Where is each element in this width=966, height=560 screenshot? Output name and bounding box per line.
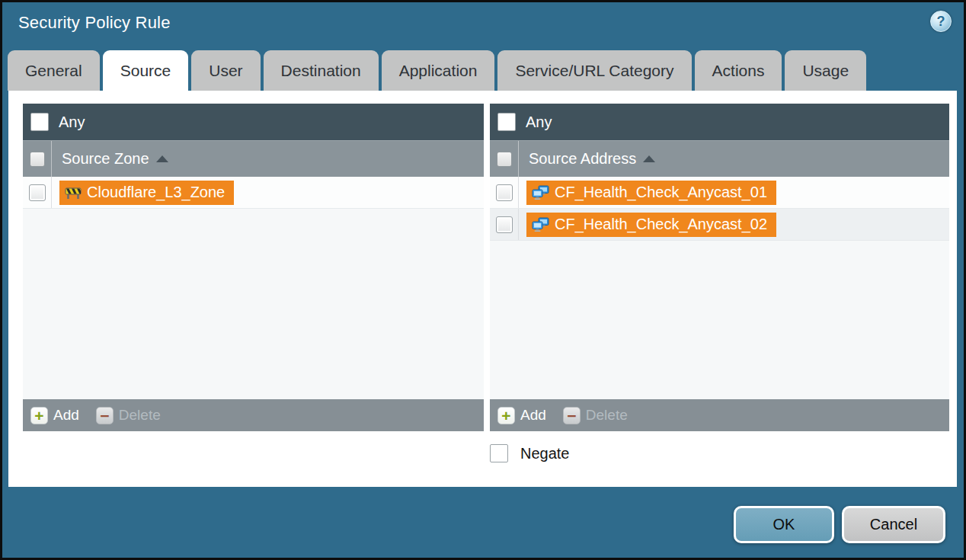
add-icon: + (497, 407, 515, 424)
add-button[interactable]: + Add (497, 407, 546, 424)
zone-icon (65, 186, 82, 200)
tab-general[interactable]: General (8, 50, 100, 91)
zone-chip[interactable]: Cloudflare_L3_Zone (59, 181, 234, 205)
table-row[interactable]: CF_Health_Check_Anycast_01 (490, 177, 949, 209)
source-zone-any-label: Any (59, 114, 85, 131)
ok-button[interactable]: OK (734, 506, 834, 543)
source-address-any-bar: Any (490, 104, 949, 140)
tab-bar: General Source User Destination Applicat… (8, 50, 866, 91)
delete-icon: − (96, 407, 114, 424)
tab-usage[interactable]: Usage (785, 50, 866, 91)
source-zone-grid: Cloudflare_L3_Zone (23, 177, 484, 399)
delete-icon: − (563, 407, 581, 424)
row-checkbox[interactable] (496, 184, 513, 201)
tab-application[interactable]: Application (382, 50, 495, 91)
help-icon[interactable]: ? (930, 11, 952, 32)
cancel-button[interactable]: Cancel (842, 506, 945, 543)
row-label: Cloudflare_L3_Zone (87, 184, 225, 201)
table-row[interactable]: CF_Health_Check_Anycast_02 (490, 209, 949, 241)
row-label: CF_Health_Check_Anycast_01 (555, 184, 767, 201)
source-zone-column-header[interactable]: Source Zone (23, 140, 484, 177)
row-checkbox[interactable] (496, 216, 513, 233)
source-address-select-all-checkbox[interactable] (497, 152, 512, 167)
source-address-column-header[interactable]: Source Address (490, 140, 949, 177)
negate-checkbox[interactable] (490, 444, 508, 462)
sort-ascending-icon (643, 155, 655, 162)
help-glyph: ? (937, 14, 945, 30)
source-zone-panel: Any Source Zone (23, 104, 484, 431)
page-title: Security Policy Rule (18, 13, 171, 33)
address-chip[interactable]: CF_Health_Check_Anycast_02 (526, 213, 776, 237)
sort-ascending-icon (156, 155, 168, 162)
add-icon: + (30, 407, 48, 424)
source-address-grid: CF_Health_Check_Anycast_01 (490, 177, 949, 399)
security-policy-rule-dialog: Security Policy Rule ? General Source Us… (0, 0, 966, 560)
source-address-any-label: Any (526, 114, 552, 131)
tab-user[interactable]: User (191, 50, 260, 91)
table-row[interactable]: Cloudflare_L3_Zone (23, 177, 484, 209)
source-zone-select-all-checkbox[interactable] (30, 152, 45, 167)
address-icon (532, 217, 549, 232)
address-icon (532, 185, 549, 200)
tab-destination[interactable]: Destination (264, 50, 379, 91)
tab-actions[interactable]: Actions (695, 50, 782, 91)
source-address-panel: Any Source Address (490, 104, 949, 431)
negate-control: Negate (490, 444, 570, 462)
source-tab-content: Any Source Zone (8, 91, 957, 487)
source-zone-toolbar: + Add − Delete (23, 399, 484, 431)
source-zone-any-checkbox[interactable] (30, 113, 49, 131)
source-zone-any-bar: Any (23, 104, 484, 140)
source-address-toolbar: + Add − Delete (490, 399, 949, 431)
source-address-any-checkbox[interactable] (497, 113, 516, 131)
source-address-column-label: Source Address (529, 150, 636, 168)
row-checkbox[interactable] (29, 184, 46, 201)
delete-button[interactable]: − Delete (96, 407, 161, 424)
delete-button[interactable]: − Delete (563, 407, 628, 424)
source-zone-column-label: Source Zone (62, 150, 149, 168)
tab-source[interactable]: Source (103, 50, 189, 91)
negate-label: Negate (520, 445, 570, 462)
tab-service-url-category[interactable]: Service/URL Category (497, 50, 691, 91)
address-chip[interactable]: CF_Health_Check_Anycast_01 (526, 181, 776, 205)
add-button[interactable]: + Add (30, 407, 79, 424)
row-label: CF_Health_Check_Anycast_02 (555, 216, 767, 233)
